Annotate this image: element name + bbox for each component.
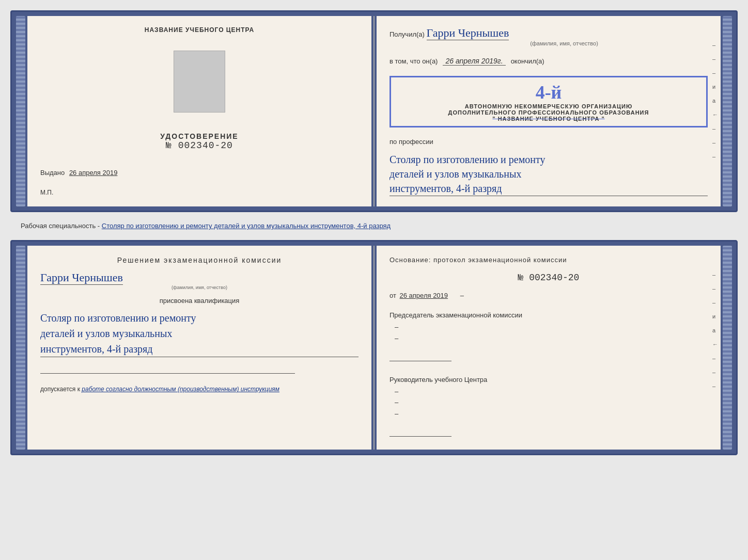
received-prefix: Получил(а) <box>389 30 425 38</box>
допускается-prefix: допускается к <box>40 386 80 393</box>
qualification-label: присвоена квалификация <box>40 297 359 305</box>
separator-line <box>40 373 295 374</box>
bottom-center-divider <box>373 246 375 450</box>
stamp-block: 4-й АВТОНОМНУЮ НЕКОММЕРЧЕСКУЮ ОРГАНИЗАЦИ… <box>389 76 708 127</box>
chairman-role: Председатель экзаменационной комиссии – … <box>389 311 708 364</box>
middle-description: Рабочая специальность - Столяр по изгото… <box>10 217 738 235</box>
profession-value: Столяр по изготовлению и ремонту деталей… <box>389 152 708 196</box>
fio-hint-top: (фамилия, имя, отчество) <box>420 40 708 46</box>
recipient-name: Гарри Чернышев <box>427 26 509 40</box>
stamp-line2: ДОПОЛНИТЕЛЬНОГО ПРОФЕССИОНАЛЬНОГО ОБРАЗО… <box>397 109 700 116</box>
stamp-line3: " НАЗВАНИЕ УЧЕБНОГО ЦЕНТРА " <box>397 116 700 122</box>
profession-line1: Столяр по изготовлению и ремонту <box>389 154 546 165</box>
center-divider <box>373 16 375 206</box>
chairman-signature-line <box>389 351 451 361</box>
director-signature-line <box>389 426 451 437</box>
right-decorative-marks: – – – и а ← – – – <box>712 42 718 159</box>
date-row: в том, что он(а) 26 апреля 2019г. окончи… <box>389 57 708 66</box>
qualification-value: Столяр по изготовлению и ремонту деталей… <box>40 310 359 357</box>
bottom-person-block: Гарри Чернышев (фамилия, имя, отчество) <box>40 268 359 290</box>
photo-placeholder <box>174 51 225 113</box>
bottom-fio-hint: (фамилия, имя, отчество) <box>40 285 359 290</box>
cert-word: УДОСТОВЕРЕНИЕ <box>160 132 238 140</box>
date-prefix: в том, что он(а) <box>389 57 438 65</box>
protocol-number: № 002340-20 <box>389 273 708 283</box>
bottom-left-strip <box>16 246 25 450</box>
recipient-block: Получил(а) Гарри Чернышев (фамилия, имя,… <box>389 26 708 46</box>
finished-word: окончил(а) <box>511 57 544 65</box>
bottom-left-panel: Решением экзаменационной комиссии Гарри … <box>27 246 371 450</box>
date-value: 26 апреля 2019г. <box>443 57 505 66</box>
middle-text-specialty: Столяр по изготовлению и ремонту деталей… <box>102 222 391 230</box>
qual-line1: Столяр по изготовлению и ремонту <box>40 312 196 324</box>
spacer <box>40 361 359 369</box>
bottom-right-decorative: – – – и а ← – – – <box>712 271 718 389</box>
bottom-right-strip <box>723 246 732 450</box>
protocol-date: от 26 апреля 2019 – <box>389 292 708 299</box>
protocol-date-dash: – <box>460 292 464 299</box>
stamp-line1: АВТОНОМНУЮ НЕКОММЕРЧЕСКУЮ ОРГАНИЗАЦИЮ <box>397 103 700 109</box>
qual-line3: инструментов, 4-й разряд <box>40 343 152 355</box>
допускается-value: работе согласно должностным (производств… <box>82 386 279 393</box>
bottom-right-panel: Основание: протокол экзаменационной коми… <box>377 246 721 450</box>
basis-title: Основание: протокол экзаменационной коми… <box>389 256 708 264</box>
page-container: НАЗВАНИЕ УЧЕБНОГО ЦЕНТРА УДОСТОВЕРЕНИЕ №… <box>10 10 738 455</box>
school-name-top: НАЗВАНИЕ УЧЕБНОГО ЦЕНТРА <box>145 26 254 34</box>
diploma-right-panel: Получил(а) Гарри Чернышев (фамилия, имя,… <box>377 16 721 206</box>
qual-line2: деталей и узлов музыкальных <box>40 328 172 339</box>
issued-date: 26 апреля 2019 <box>69 169 118 177</box>
middle-text-prefix: Рабочая специальность - <box>21 222 102 230</box>
right-decorative-strip <box>723 16 732 206</box>
issued-block: Выдано 26 апреля 2019 <box>40 168 359 177</box>
bottom-diploma: Решением экзаменационной комиссии Гарри … <box>10 240 738 455</box>
stamp-grade: 4-й <box>397 82 700 103</box>
bottom-person-name: Гарри Чернышев <box>40 271 123 285</box>
protocol-date-value: 26 апреля 2019 <box>400 292 448 299</box>
profession-line3: инструментов, 4-й разряд <box>389 183 502 194</box>
допускается-row: допускается к работе согласно должностны… <box>40 386 359 393</box>
top-diploma: НАЗВАНИЕ УЧЕБНОГО ЦЕНТРА УДОСТОВЕРЕНИЕ №… <box>10 10 738 212</box>
date-from-prefix: от <box>389 292 396 299</box>
diploma-left-panel: НАЗВАНИЕ УЧЕБНОГО ЦЕНТРА УДОСТОВЕРЕНИЕ №… <box>27 16 371 206</box>
left-decorative-strip <box>16 16 25 206</box>
mp-label: М.П. <box>40 189 359 196</box>
profession-line2: деталей и узлов музыкальных <box>389 168 521 180</box>
director-role: Руководитель учебного Центра – – – <box>389 375 708 439</box>
certificate-title-block: УДОСТОВЕРЕНИЕ № 002340-20 <box>160 132 238 151</box>
profession-label: по профессии <box>389 138 708 146</box>
decision-title: Решением экзаменационной комиссии <box>40 256 359 264</box>
issued-label: Выдано 26 апреля 2019 <box>40 169 117 177</box>
cert-number: № 002340-20 <box>160 140 238 151</box>
